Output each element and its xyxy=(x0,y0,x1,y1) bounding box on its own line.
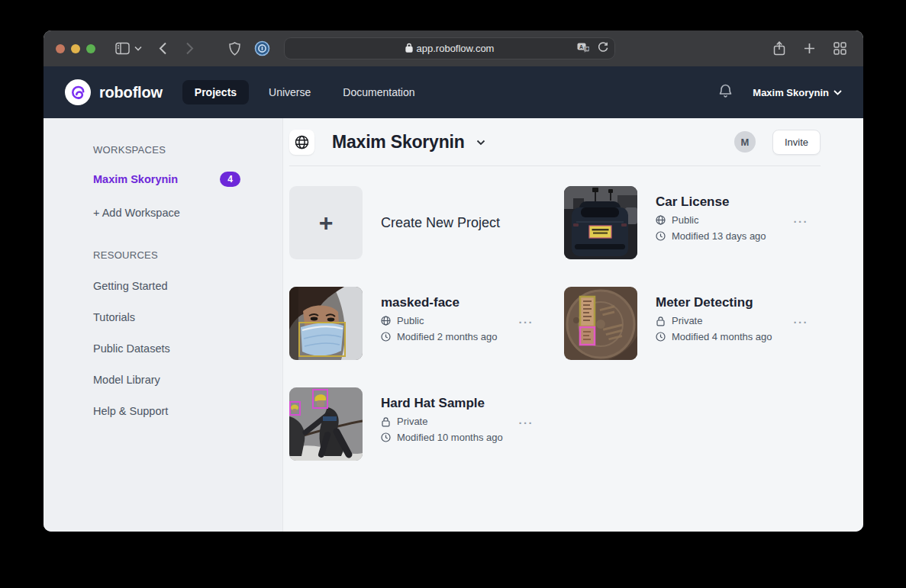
clock-icon xyxy=(381,432,391,442)
project-modified: Modified 10 months ago xyxy=(381,432,503,443)
main-panel: Maxim Skorynin M Invite + xyxy=(282,118,863,532)
project-visibility: Private xyxy=(381,416,503,427)
project-visibility: Private xyxy=(656,315,772,326)
project-card-hard-hat[interactable]: Hard Hat Sample Private Modified 10 mon xyxy=(289,387,546,461)
lock-icon xyxy=(405,43,413,55)
user-menu-name: Maxim Skorynin xyxy=(753,87,829,98)
project-thumbnail-car xyxy=(564,186,637,259)
visibility-label: Private xyxy=(672,315,702,326)
address-bar-url: app.roboflow.com xyxy=(417,43,495,54)
sidebar-item-help-support[interactable]: Help & Support xyxy=(93,405,282,417)
project-title: Meter Detecting xyxy=(656,295,772,310)
svg-text:✱: ✱ xyxy=(585,47,589,51)
clock-icon xyxy=(656,332,666,342)
create-project-label: Create New Project xyxy=(381,215,500,231)
modified-label: Modified 4 months ago xyxy=(672,331,772,342)
create-project-thumbnail[interactable]: + xyxy=(289,186,363,259)
private-lock-icon xyxy=(381,416,391,427)
workspaces-heading: WORKSPACES xyxy=(93,144,282,156)
minimize-window-button[interactable] xyxy=(71,44,80,53)
more-options-icon[interactable]: ··· xyxy=(794,316,809,329)
clock-icon xyxy=(656,231,666,241)
workspace-header: Maxim Skorynin M Invite xyxy=(289,118,821,166)
chevron-down-icon xyxy=(833,90,842,95)
visibility-label: Private xyxy=(397,416,427,427)
tab-universe[interactable]: Universe xyxy=(256,80,323,104)
new-tab-icon[interactable] xyxy=(804,43,815,54)
sidebar-toggle-icon[interactable] xyxy=(115,42,130,55)
project-card-car-license[interactable]: Car License Public Modified 13 days ago xyxy=(564,186,821,259)
project-modified: Modified 4 months ago xyxy=(656,331,772,342)
sidebar-item-model-library[interactable]: Model Library xyxy=(93,374,282,386)
app-navbar: roboflow Projects Universe Documentation… xyxy=(44,66,863,118)
visibility-label: Public xyxy=(672,214,698,226)
public-globe-icon xyxy=(656,215,666,225)
project-modified: Modified 13 days ago xyxy=(656,230,766,242)
browser-window: app.roboflow.com A ✱ xyxy=(44,31,863,532)
member-avatar[interactable]: M xyxy=(734,131,756,153)
modified-label: Modified 10 months ago xyxy=(397,432,503,443)
more-options-icon[interactable]: ··· xyxy=(519,416,534,429)
tab-projects[interactable]: Projects xyxy=(182,80,249,104)
create-new-project-card[interactable]: + Create New Project xyxy=(289,186,546,259)
address-bar[interactable]: app.roboflow.com A ✱ xyxy=(284,37,615,59)
user-menu[interactable]: Maxim Skorynin xyxy=(753,87,842,98)
private-lock-icon xyxy=(656,316,666,326)
forward-button[interactable] xyxy=(185,42,194,55)
sidebar-item-tutorials[interactable]: Tutorials xyxy=(93,311,282,323)
nav-tabs: Projects Universe Documentation xyxy=(182,80,427,104)
workspace-name: Maxim Skorynin xyxy=(93,173,178,185)
sidebar-item-public-datasets[interactable]: Public Datasets xyxy=(93,342,282,355)
projects-grid: + Create New Project xyxy=(289,186,821,461)
more-options-icon[interactable]: ··· xyxy=(519,316,534,329)
notifications-bell-icon[interactable] xyxy=(718,83,733,102)
modified-label: Modified 2 months ago xyxy=(397,331,498,342)
project-title: Car License xyxy=(656,194,766,210)
add-workspace-button[interactable]: + Add Workspace xyxy=(93,207,282,219)
visibility-label: Public xyxy=(397,315,424,326)
project-thumbnail-meter xyxy=(564,287,637,360)
sidebar-item-getting-started[interactable]: Getting Started xyxy=(93,280,282,292)
project-visibility: Public xyxy=(656,214,766,226)
project-modified: Modified 2 months ago xyxy=(381,331,498,342)
project-thumbnail-hard-hat xyxy=(289,387,363,461)
translate-icon[interactable]: A ✱ xyxy=(577,43,590,55)
clock-icon xyxy=(381,332,391,342)
workspace-globe-icon xyxy=(289,130,314,155)
content-area: WORKSPACES Maxim Skorynin 4 + Add Worksp… xyxy=(44,118,863,532)
resources-heading: RESOURCES xyxy=(93,249,282,261)
project-visibility: Public xyxy=(381,315,498,326)
share-icon[interactable] xyxy=(773,41,785,56)
zoom-window-button[interactable] xyxy=(86,44,95,53)
invite-button[interactable]: Invite xyxy=(772,130,821,155)
onepassword-extension-icon[interactable] xyxy=(254,40,270,56)
close-window-button[interactable] xyxy=(56,44,65,53)
sidebar-chevron-icon[interactable] xyxy=(134,46,142,51)
project-title: Hard Hat Sample xyxy=(381,396,503,411)
brand-name[interactable]: roboflow xyxy=(99,84,163,101)
sidebar: WORKSPACES Maxim Skorynin 4 + Add Worksp… xyxy=(44,118,282,532)
page-title: Maxim Skorynin xyxy=(332,132,465,153)
privacy-shield-icon[interactable] xyxy=(229,42,240,56)
project-card-masked-face[interactable]: masked-face Public Modified 2 months ag xyxy=(289,287,546,360)
plus-icon: + xyxy=(319,209,334,237)
workspace-count-badge: 4 xyxy=(220,172,240,187)
more-options-icon[interactable]: ··· xyxy=(794,215,809,228)
public-globe-icon xyxy=(381,316,391,326)
tab-overview-icon[interactable] xyxy=(833,42,846,55)
project-card-meter-detecting[interactable]: Meter Detecting Private Modified 4 mont xyxy=(564,287,821,360)
svg-text:A: A xyxy=(579,43,583,49)
tab-documentation[interactable]: Documentation xyxy=(330,80,427,104)
project-thumbnail-masked-face xyxy=(289,287,363,360)
back-button[interactable] xyxy=(159,42,167,55)
workspace-switcher-chevron-icon[interactable] xyxy=(476,135,485,149)
modified-label: Modified 13 days ago xyxy=(672,230,766,242)
reload-icon[interactable] xyxy=(598,42,608,56)
project-title: masked-face xyxy=(381,295,498,310)
safari-toolbar: app.roboflow.com A ✱ xyxy=(44,31,863,66)
sidebar-item-workspace[interactable]: Maxim Skorynin 4 xyxy=(93,172,240,187)
roboflow-logo-icon[interactable] xyxy=(65,79,91,105)
